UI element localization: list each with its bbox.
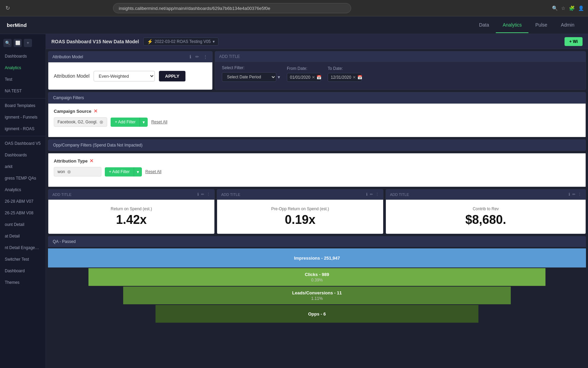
info-icon-m1[interactable]: ℹ (197, 192, 199, 196)
sidebar-plus-btn[interactable]: + (24, 39, 32, 47)
from-date-input[interactable]: 01/01/2020 ✕ 📅 (287, 73, 321, 82)
clear-from-icon[interactable]: ✕ (312, 75, 315, 80)
reset-all-button[interactable]: Reset All (151, 120, 167, 124)
top-nav: berMind Data Analytics Pulse Admin (0, 16, 588, 34)
opp-company-header: Opp/Company Filters (Spend Data Not Impa… (48, 139, 586, 151)
metric-3-value: $8,680. (393, 213, 579, 227)
info-icon-m3[interactable]: ℹ (569, 192, 570, 196)
campaign-source-title: Campaign Source ✕ (54, 108, 580, 114)
sidebar-item-ount-detail[interactable]: ount Detail (0, 219, 46, 230)
sidebar-item-themes[interactable]: Themes (0, 277, 46, 288)
clicks-bar: Clicks - 989 0.39% (88, 268, 546, 286)
more-icon[interactable]: ⋮ (202, 54, 208, 59)
opps-bar: Opps - 6 (156, 305, 478, 323)
more-icon-m2[interactable]: ⋮ (375, 192, 379, 196)
apply-button[interactable]: APPLY (159, 71, 185, 81)
edit-icon-m2[interactable]: ✏ (370, 192, 373, 196)
sidebar-item-switcher[interactable]: Switcher Test (0, 254, 46, 265)
info-icon[interactable]: ℹ (189, 54, 192, 59)
info-icon-m2[interactable]: ℹ (366, 192, 368, 196)
sidebar-item-funnels[interactable]: ignment - Funnels (0, 111, 46, 123)
attr-add-filter-button[interactable]: + Add Filter (105, 167, 134, 177)
add-widget-button[interactable]: + Wi (565, 37, 583, 46)
select-filter-group: Select Filter: Select Date Period ▾ (222, 65, 280, 82)
edit-icon-m3[interactable]: ✏ (572, 192, 575, 196)
url-bar[interactable]: insights.calibermind.net/app/main#/dashb… (113, 3, 351, 13)
edit-icon-m1[interactable]: ✏ (201, 192, 204, 196)
more-icon-m3[interactable]: ⋮ (578, 192, 582, 196)
from-date-group: From Date: 01/01/2020 ✕ 📅 (287, 66, 321, 82)
test-badge[interactable]: ⚡ 2022-03-02 ROAS Testing V05 ▾ (143, 37, 219, 46)
sidebar-item-dashboard[interactable]: Dashboard (0, 265, 46, 277)
metric-panel-3: ADD TITLE ℹ ✏ ⋮ Contrib to Rev $8,680. (386, 189, 586, 234)
sidebar-item-board-templates[interactable]: Board Templates (0, 100, 46, 111)
sidebar-item-roas[interactable]: ignment - ROAS (0, 123, 46, 135)
nav-item-admin[interactable]: Admin (554, 17, 581, 33)
metric-3-subtitle: Contrib to Rev (393, 206, 579, 211)
bookmark-icon[interactable]: ☆ (561, 5, 566, 11)
sidebar-item-dashboards[interactable]: Dashboards (0, 50, 46, 62)
sidebar-item-na-test[interactable]: NA TEST (0, 85, 46, 97)
to-date-input[interactable]: 12/31/2020 ✕ 📅 (328, 73, 362, 82)
opp-body: Attribution Type ✕ won ⊗ + Add Filter (48, 153, 586, 187)
add-filter-button[interactable]: + Add Filter (111, 118, 140, 127)
opp-filters-panel: Attribution Type ✕ won ⊗ + Add Filter (48, 153, 586, 187)
attr-reset-all-button[interactable]: Reset All (145, 169, 161, 174)
nav-item-data[interactable]: Data (472, 17, 496, 33)
brand-logo: berMind (7, 22, 27, 28)
sidebar-item-gress[interactable]: gress TEMP QAs (0, 172, 46, 184)
remove-campaign-source-btn[interactable]: ✕ (94, 108, 98, 114)
campaign-filters-header: Campaign Filters (48, 92, 586, 104)
sidebar-add-btn[interactable]: ⬜ (14, 39, 22, 47)
metric-1-header: ADD TITLE ℹ ✏ ⋮ (48, 189, 214, 200)
search-icon[interactable]: 🔍 (552, 5, 558, 11)
nav-item-analytics[interactable]: Analytics (496, 17, 528, 33)
sidebar-item-abm-v07[interactable]: 26-28 ABM V07 (0, 196, 46, 207)
date-period-select[interactable]: Select Date Period (222, 72, 276, 82)
top-nav-items: Data Analytics Pulse Admin (472, 17, 581, 33)
attr-add-filter-dropdown-btn[interactable]: ▾ (134, 167, 142, 177)
clicks-bar-row: Clicks - 989 0.39% (48, 267, 586, 286)
nav-item-pulse[interactable]: Pulse (528, 17, 554, 33)
chevron-down-icon[interactable]: ▾ (278, 74, 280, 80)
campaign-filters-panel: Campaign Filters Campaign Source ✕ Faceb… (48, 92, 586, 137)
opp-filters-title: Opp/Company Filters (Spend Data Not Impa… (53, 143, 143, 148)
remove-attr-type-btn[interactable]: ✕ (89, 158, 94, 164)
attr-chip-remove-btn[interactable]: ⊗ (67, 169, 71, 174)
leads-pct: 1.11% (311, 296, 323, 301)
search-icon-btn[interactable]: 🔍 (3, 39, 12, 47)
sidebar-item-at-detail[interactable]: at Detail (0, 230, 46, 242)
add-title-panel: ADD TITLE Select Filter: Select Date Per… (215, 51, 586, 90)
to-date-group: To Date: 12/31/2020 ✕ 📅 (328, 66, 362, 82)
sidebar-item-test[interactable]: Test (0, 74, 46, 85)
sidebar-item-analytics2[interactable]: Analytics (0, 184, 46, 196)
main-area: 🔍 ⬜ + Dashboards Analytics Test NA TEST … (0, 34, 588, 368)
attribution-select[interactable]: Even-Weighted First-Touch Last-Touch Lin… (94, 71, 155, 81)
attr-chips-row: won ⊗ + Add Filter ▾ Reset All (54, 167, 580, 177)
dashboard-title: ROAS Dashboard V15 New Data Model (51, 39, 139, 44)
top-panels-row: Attribution Model ℹ ✏ ⋮ Attribution Mode… (48, 51, 586, 90)
sidebar-item-arkit[interactable]: arkit (0, 161, 46, 172)
metric-2-subtitle: Pre-Opp Return on Spend (est.) (224, 206, 376, 211)
lightning-icon: ⚡ (147, 39, 153, 44)
metric-panel-1: ADD TITLE ℹ ✏ ⋮ Return on Spend (est.) 1… (48, 189, 215, 234)
chip-remove-btn[interactable]: ⊗ (99, 119, 103, 125)
sidebar-item-oas-v5[interactable]: OAS Dashboard V5 (0, 138, 46, 149)
profile-icon[interactable]: 👤 (578, 5, 584, 11)
sidebar-item-detail-engagement[interactable]: nt Detail Engagement (0, 242, 46, 254)
reload-icon[interactable]: ↻ (4, 5, 11, 12)
extensions-icon[interactable]: 🧩 (569, 5, 575, 11)
clear-to-icon[interactable]: ✕ (353, 75, 356, 80)
sidebar-item-dashboards2[interactable]: Dashboards (0, 149, 46, 161)
sidebar-item-abm-v08[interactable]: 26-25 ABM V08 (0, 207, 46, 219)
add-filter-dropdown-btn[interactable]: ▾ (140, 118, 148, 127)
metric-2-header: ADD TITLE ℹ ✏ ⋮ (217, 189, 383, 200)
edit-icon[interactable]: ✏ (195, 54, 200, 59)
more-icon-m1[interactable]: ⋮ (207, 192, 210, 196)
calendar-to-icon[interactable]: 📅 (357, 75, 362, 80)
opps-bar-row: Opps - 6 (48, 304, 586, 323)
calendar-icon[interactable]: 📅 (316, 75, 322, 80)
sidebar-item-analytics[interactable]: Analytics (0, 62, 46, 74)
metric-2-icons: ℹ ✏ ⋮ (366, 192, 379, 197)
metric-1-subtitle: Return on Spend (est.) (55, 206, 208, 211)
